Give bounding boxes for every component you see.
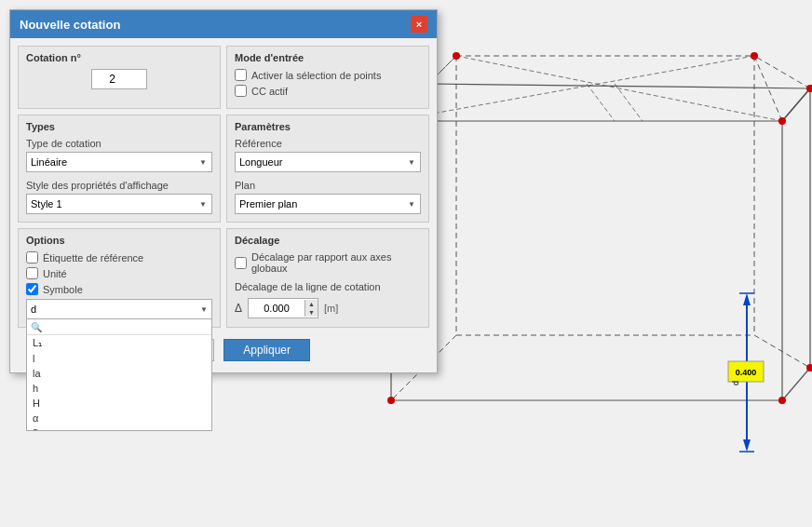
type-cotation-label: Type de cotation: [26, 138, 212, 149]
symbole-item-la[interactable]: la: [27, 366, 211, 381]
symbole-dropdown-arrow[interactable]: ▼: [200, 305, 208, 314]
cotation-num-wrapper: [26, 69, 212, 89]
svg-point-31: [453, 52, 460, 60]
delta-value-input[interactable]: [249, 303, 304, 314]
delta-input-wrapper: ▲ ▼: [248, 298, 318, 318]
svg-point-28: [778, 397, 786, 404]
mode-entree-label: Mode d'entrée: [235, 52, 421, 63]
types-label: Types: [26, 121, 212, 132]
symbole-input[interactable]: [31, 304, 200, 315]
nouvelle-cotation-dialog: Nouvelle cotation × Cotation n° Mode d'e…: [9, 9, 438, 373]
checkbox-selection-points: Activer la sélection de points: [235, 69, 421, 81]
checkbox-unite: Unité: [26, 267, 212, 279]
symbole-item-l[interactable]: l: [27, 351, 211, 366]
cotation-section: Cotation n°: [18, 46, 221, 109]
style-select-wrapper: Style 1: [26, 194, 212, 214]
symbole-item-h[interactable]: h: [27, 381, 211, 396]
decalage-label: Décalage: [235, 235, 421, 246]
symbole-wrapper: ▼ 🔍 L₁ l la h H α δ: [26, 299, 212, 319]
style-select[interactable]: Style 1: [26, 194, 212, 214]
reference-select[interactable]: Longueur: [235, 152, 421, 172]
checkbox-unite-input[interactable]: [26, 267, 38, 279]
spin-buttons: ▲ ▼: [304, 300, 318, 317]
cotation-number-input[interactable]: [91, 69, 147, 89]
symbole-item-H[interactable]: H: [27, 396, 211, 411]
spin-down-button[interactable]: ▼: [305, 308, 318, 317]
options-section: Options Étiquette de référence Unité Sym…: [18, 228, 221, 328]
symbole-dropdown: 🔍 L₁ l la h H α δ Δ δ₁ d: [26, 319, 212, 431]
symbole-item-delta[interactable]: δ: [27, 426, 211, 431]
cotation-label: Cotation n°: [26, 52, 212, 63]
checkbox-selection-points-input[interactable]: [235, 69, 247, 81]
dialog-titlebar: Nouvelle cotation ×: [10, 10, 437, 38]
decalage-ligne-label: Décalage de la ligne de cotation: [235, 281, 421, 292]
plan-select-wrapper: Premier plan: [235, 194, 421, 214]
symbole-item-L1[interactable]: L₁: [27, 335, 211, 351]
spin-up-button[interactable]: ▲: [305, 300, 318, 308]
apply-button[interactable]: Appliquer: [223, 339, 310, 361]
checkbox-symbole: Symbole: [26, 283, 212, 295]
checkbox-unite-label: Unité: [43, 268, 67, 279]
checkbox-decalage-axes-label: Décalage par rapport aux axes globaux: [251, 251, 421, 274]
checkbox-decalage-axes: Décalage par rapport aux axes globaux: [235, 251, 421, 274]
checkbox-etiquette-label: Étiquette de référence: [43, 252, 143, 264]
type-cotation-select[interactable]: Linéaire: [26, 152, 212, 172]
checkbox-symbole-label: Symbole: [43, 284, 83, 295]
decalage-section: Décalage Décalage par rapport aux axes g…: [226, 228, 429, 328]
symbole-search-row: 🔍: [27, 319, 211, 335]
svg-text:0.400: 0.400: [736, 368, 757, 377]
checkbox-symbole-input[interactable]: [26, 283, 38, 295]
reference-select-wrapper: Longueur: [235, 152, 421, 172]
checkbox-selection-points-label: Activer la sélection de points: [251, 70, 381, 81]
checkbox-cc-actif-label: CC actif: [251, 86, 288, 97]
plan-select[interactable]: Premier plan: [235, 194, 421, 214]
checkbox-cc-actif-input[interactable]: [235, 85, 247, 97]
delta-row: Δ ▲ ▼ [m]: [235, 298, 421, 318]
type-cotation-select-wrapper: Linéaire: [26, 152, 212, 172]
options-label: Options: [26, 235, 212, 246]
symbole-search-input[interactable]: [46, 321, 208, 332]
svg-text:d: d: [731, 381, 740, 385]
symbole-item-alpha[interactable]: α: [27, 411, 211, 426]
mode-entree-section: Mode d'entrée Activer la sélection de po…: [226, 46, 429, 109]
checkbox-cc-actif: CC actif: [235, 85, 421, 97]
checkbox-etiquette: Étiquette de référence: [26, 251, 212, 264]
types-section: Types Type de cotation Linéaire Style de…: [18, 115, 221, 223]
svg-point-26: [778, 117, 786, 125]
row-types-params: Types Type de cotation Linéaire Style de…: [18, 115, 429, 223]
dialog-body: Cotation n° Mode d'entrée Activer la sél…: [10, 38, 437, 372]
search-icon: 🔍: [31, 322, 42, 332]
parametres-section: Paramètres Référence Longueur Plan Premi…: [226, 115, 429, 223]
checkbox-decalage-axes-input[interactable]: [235, 257, 247, 269]
unit-label: [m]: [324, 303, 338, 314]
svg-point-32: [751, 52, 758, 60]
row-options-decalage: Options Étiquette de référence Unité Sym…: [18, 228, 429, 328]
dialog-title: Nouvelle cotation: [20, 18, 120, 32]
row-cotation-mode: Cotation n° Mode d'entrée Activer la sél…: [18, 46, 429, 109]
symbole-input-row[interactable]: ▼: [26, 299, 212, 319]
checkbox-etiquette-input[interactable]: [26, 251, 38, 264]
delta-symbol: Δ: [235, 302, 242, 315]
plan-label: Plan: [235, 180, 421, 191]
svg-point-27: [387, 397, 395, 404]
parametres-label: Paramètres: [235, 121, 421, 132]
style-label: Style des propriétés d'affichage: [26, 180, 212, 191]
close-button[interactable]: ×: [411, 16, 427, 33]
reference-label: Référence: [235, 138, 421, 149]
